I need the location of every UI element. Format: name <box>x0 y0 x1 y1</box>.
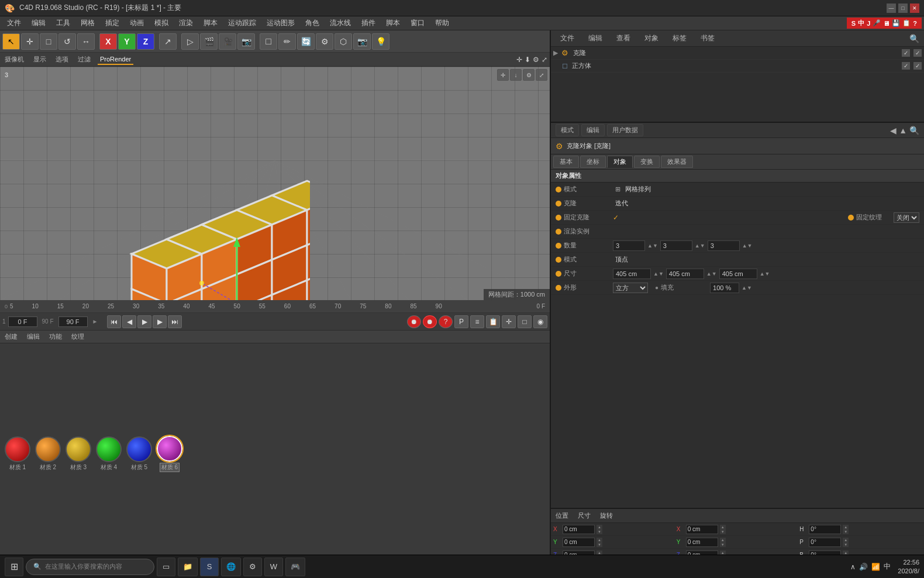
hex-btn[interactable]: ⬡ <box>335 33 352 50</box>
prev-frame-btn[interactable]: ◀ <box>122 315 136 328</box>
select-tool-btn[interactable]: ↖ <box>2 33 20 50</box>
object-row-cube[interactable]: □ 正方体 ✓ ✓ <box>551 60 924 73</box>
menu-simulate[interactable]: 模拟 <box>150 17 173 29</box>
next-frame-btn[interactable]: ▶ <box>153 315 167 328</box>
play-btn[interactable]: ▶ <box>137 315 151 328</box>
object-row-clone[interactable]: ▶ ⚙ 克隆 ✓ ✓ <box>551 47 924 60</box>
menu-tools[interactable]: 工具 <box>51 17 75 29</box>
coord-p-input[interactable] <box>809 538 841 547</box>
coord-h-spinner[interactable]: ▲▼ <box>843 525 849 534</box>
size-x-input[interactable] <box>613 269 651 279</box>
goto-end-btn[interactable]: ⏭ <box>168 315 182 328</box>
rotate-tool-btn[interactable]: ↺ <box>58 33 76 50</box>
cube-btn[interactable]: □ <box>260 33 277 50</box>
attr-form-select[interactable]: 立方 球形 <box>613 283 648 293</box>
timeline-settings-btn[interactable]: 📋 <box>486 315 500 328</box>
systray-arrow[interactable]: ∧ <box>850 563 856 571</box>
vp-move-icon[interactable]: ✛ <box>516 56 522 64</box>
vp-tab-filter[interactable]: 过滤 <box>75 54 93 65</box>
coord-y-pos-spinner[interactable]: ▲▼ <box>597 538 602 547</box>
start-btn[interactable]: ⊞ <box>5 558 23 576</box>
material-item-2[interactable]: 材质 2 <box>35 436 61 472</box>
clone-vis2[interactable]: ✓ <box>913 49 922 57</box>
transform-tool-btn[interactable]: ↔ <box>77 33 95 50</box>
mat-tab-function[interactable]: 功能 <box>47 331 64 342</box>
count-x-input[interactable] <box>613 240 645 251</box>
coord-x-size-input[interactable] <box>686 525 718 534</box>
attrs-nav-fwd[interactable]: ▲ <box>899 126 907 135</box>
vp-tab-camera[interactable]: 摄像机 <box>2 54 26 65</box>
menu-plugin[interactable]: 插件 <box>357 17 380 29</box>
cube-vis2[interactable]: ✓ <box>913 62 922 70</box>
attr-tab-effector[interactable]: 效果器 <box>661 156 693 168</box>
end-frame-input[interactable] <box>58 316 88 327</box>
motion-key-btn[interactable]: P <box>454 315 468 328</box>
attrs-search-icon[interactable]: 🔍 <box>909 126 919 135</box>
maximize-btn[interactable]: □ <box>898 4 908 13</box>
menu-motion-graph[interactable]: 运动图形 <box>262 17 299 29</box>
attr-tab-transform[interactable]: 变换 <box>634 156 660 168</box>
clone-vis1[interactable]: ✓ <box>902 49 910 57</box>
word-task-btn[interactable]: W <box>264 558 283 576</box>
menu-render[interactable]: 渲染 <box>174 17 198 29</box>
menu-character[interactable]: 角色 <box>301 17 324 29</box>
coord-p-spinner[interactable]: ▲▼ <box>843 538 849 547</box>
system-clock[interactable]: 22:56 2020/8/ <box>898 558 919 575</box>
settings-task-btn[interactable]: ⚙ <box>243 558 262 576</box>
menu-help[interactable]: 帮助 <box>430 17 454 29</box>
goto-start-btn[interactable]: ⏮ <box>107 315 121 328</box>
pen-btn[interactable]: ✏ <box>278 33 296 50</box>
record-key-btn[interactable]: ⏺ <box>407 315 421 328</box>
menu-edit[interactable]: 编辑 <box>27 17 50 29</box>
mat-tab-edit[interactable]: 编辑 <box>25 331 42 342</box>
attr-fixed-tex-select[interactable]: 关闭 开启 <box>894 212 919 223</box>
vp-tab-prorender[interactable]: ProRender <box>98 54 133 65</box>
camera2-btn[interactable]: 📷 <box>353 33 371 50</box>
vp-corner-btn2[interactable]: ↓ <box>510 69 522 81</box>
menu-file[interactable]: 文件 <box>2 17 26 29</box>
attrs-userdata-btn[interactable]: 用户数据 <box>607 124 643 136</box>
timeline-btn[interactable]: 🎬 <box>200 33 218 50</box>
record-btn[interactable]: 🎥 <box>219 33 236 50</box>
attr-tab-object[interactable]: 对象 <box>607 156 633 168</box>
menu-window[interactable]: 窗口 <box>406 17 429 29</box>
vp-rotate-icon[interactable]: ⚙ <box>533 56 539 64</box>
c4d-task-btn[interactable]: S <box>200 558 219 576</box>
vp-tab-display[interactable]: 显示 <box>31 54 49 65</box>
vp-corner-btn3[interactable]: ⚙ <box>523 69 535 81</box>
z-axis-btn[interactable]: Z <box>137 33 154 50</box>
systray-ime[interactable]: 中 <box>884 562 891 572</box>
close-btn[interactable]: ✕ <box>910 4 919 13</box>
attrs-mode-btn[interactable]: 模式 <box>556 124 579 136</box>
camera-btn[interactable]: 📷 <box>237 33 255 50</box>
attr-tab-basic[interactable]: 基本 <box>553 156 579 168</box>
size-y-input[interactable] <box>666 269 704 279</box>
mat-tab-texture[interactable]: 纹理 <box>69 331 87 342</box>
menu-animate[interactable]: 动画 <box>125 17 149 29</box>
3d-viewport[interactable]: 3 ✛ ↓ ⚙ ⤢ <box>0 67 550 300</box>
current-frame-input[interactable] <box>8 316 37 327</box>
attrs-edit-btn[interactable]: 编辑 <box>581 124 605 136</box>
key-frame-btn[interactable]: ✛ <box>502 315 516 328</box>
menu-mesh[interactable]: 网格 <box>76 17 99 29</box>
menu-script2[interactable]: 脚本 <box>381 17 405 29</box>
x-axis-btn[interactable]: X <box>99 33 117 50</box>
coord-y-size-spinner[interactable]: ▲▼ <box>720 538 726 547</box>
size-z-input[interactable] <box>719 269 757 279</box>
auto-key-btn[interactable]: ⏺ <box>423 315 437 328</box>
fill-input[interactable] <box>710 283 739 293</box>
world-coord-btn[interactable]: ↗ <box>159 33 177 50</box>
material-item-3[interactable]: 材质 3 <box>65 436 91 472</box>
material-item-1[interactable]: 材质 1 <box>5 436 30 472</box>
param-btn[interactable]: ◉ <box>533 315 547 328</box>
systray-sound[interactable]: 🔊 <box>859 563 868 571</box>
om-tab-object[interactable]: 对象 <box>640 32 663 44</box>
coord-y-size-input[interactable] <box>686 538 718 547</box>
menu-insert[interactable]: 插定 <box>101 17 124 29</box>
y-axis-btn[interactable]: Y <box>118 33 136 50</box>
move-tool-btn[interactable]: ✛ <box>21 33 39 50</box>
coord-y-pos-input[interactable] <box>563 538 595 547</box>
om-tab-tag[interactable]: 标签 <box>668 32 691 44</box>
remove-key-btn[interactable]: □ <box>518 315 532 328</box>
om-tab-bookmark[interactable]: 书签 <box>696 32 719 44</box>
